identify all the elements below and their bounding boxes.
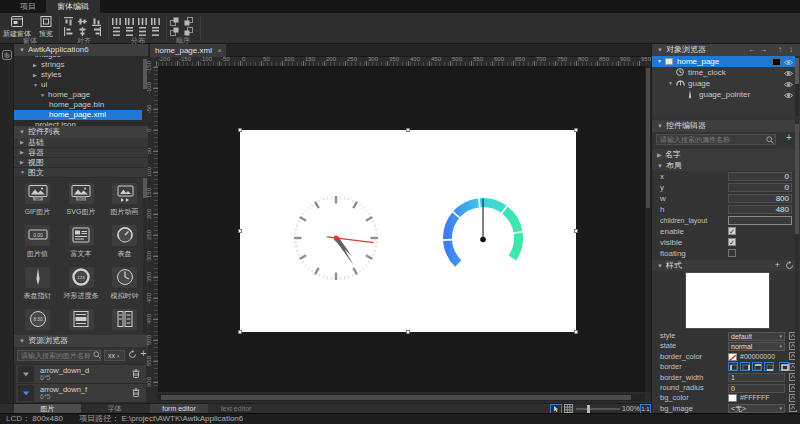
- bring-to-front-icon[interactable]: [170, 17, 179, 26]
- time-clock-widget[interactable]: [292, 194, 380, 282]
- widget-category--[interactable]: ▼图文: [14, 168, 148, 178]
- selection-handle[interactable]: [574, 128, 578, 132]
- object-node-home-page[interactable]: ▼home_page: [652, 56, 795, 67]
- align-right-icon[interactable]: [92, 27, 101, 36]
- distribute-icon-1[interactable]: [112, 17, 121, 26]
- distribute-icon-8[interactable]: [151, 27, 160, 36]
- object-node-guage[interactable]: ▼guage: [652, 78, 795, 89]
- align-middle-icon[interactable]: [78, 17, 87, 26]
- selection-handle[interactable]: [238, 229, 242, 233]
- distribute-icon-2[interactable]: [125, 17, 134, 26]
- distribute-icon-5[interactable]: [112, 27, 121, 36]
- align-top-icon[interactable]: [64, 17, 73, 26]
- border-top-button[interactable]: [752, 362, 762, 371]
- resource-filter-dropdown[interactable]: xx ▾: [104, 350, 125, 361]
- add-property-button[interactable]: +: [784, 132, 794, 146]
- distribute-icon-4[interactable]: [151, 17, 160, 26]
- tree-item-home-page[interactable]: ▼home_page: [14, 90, 142, 100]
- design-canvas[interactable]: [158, 66, 645, 392]
- section-layout[interactable]: ▼布局: [652, 160, 800, 171]
- style-select-style[interactable]: default▾: [728, 332, 785, 341]
- object-browser-header[interactable]: ▼对象浏览器 ← → ↑ ↓: [652, 44, 800, 56]
- send-backward-icon[interactable]: [184, 27, 193, 36]
- widget--[interactable]: 表盘指针: [16, 267, 59, 307]
- tree-item-ui[interactable]: ▼ui: [14, 80, 142, 90]
- resource-browser-header[interactable]: ▼资源浏览器: [14, 335, 148, 347]
- object-node-time-clock[interactable]: time_clock: [652, 67, 795, 78]
- widget-item[interactable]: [103, 309, 146, 335]
- prop-input-w[interactable]: 800: [728, 194, 792, 203]
- object-node-guage-pointer[interactable]: guage_pointer: [652, 89, 795, 100]
- add-style-icon[interactable]: +: [775, 260, 780, 271]
- selection-handle[interactable]: [574, 330, 578, 334]
- refresh-style-icon[interactable]: [785, 261, 794, 273]
- widget-category--[interactable]: ▶容器: [14, 148, 148, 158]
- zoom-slider-thumb[interactable]: [587, 405, 590, 413]
- preview-button[interactable]: 预览: [34, 16, 58, 36]
- border-right-button[interactable]: [740, 362, 750, 371]
- align-left-icon[interactable]: [64, 27, 73, 36]
- move-up-icon[interactable]: ↑: [778, 44, 782, 56]
- prop-input-h[interactable]: 480: [728, 205, 792, 214]
- object-tree-scrollbar-thumb[interactable]: [795, 58, 799, 84]
- visibility-eye-icon[interactable]: [784, 58, 793, 65]
- menu-tab-form-edit[interactable]: 窗体编辑: [46, 0, 100, 13]
- move-left-icon[interactable]: ←: [748, 44, 756, 56]
- visibility-eye-icon[interactable]: [784, 69, 793, 76]
- send-to-back-icon[interactable]: [184, 17, 193, 26]
- widget-svg-[interactable]: SVGSVG图片: [60, 183, 103, 223]
- widget-item[interactable]: 8:30: [16, 309, 59, 335]
- tree-item-strings[interactable]: ▶strings: [14, 60, 142, 70]
- prop-checkbox-enable[interactable]: ✓: [728, 227, 736, 235]
- selection-handle[interactable]: [574, 229, 578, 233]
- tree-item-home-page-xml[interactable]: home_page.xml: [14, 110, 142, 120]
- canvas-h-scrollbar-thumb[interactable]: [161, 395, 631, 400]
- prop-checkbox-visible[interactable]: ✓: [728, 238, 736, 246]
- selection-handle[interactable]: [238, 128, 242, 132]
- color-swatch-bg-color[interactable]: [728, 394, 737, 402]
- gauge-widget[interactable]: [439, 194, 527, 282]
- border-left-button[interactable]: [728, 362, 738, 371]
- prop-checkbox-floating[interactable]: [728, 249, 736, 257]
- prop-input-children_layout[interactable]: [728, 216, 792, 225]
- new-form-button[interactable]: 新建窗体: [2, 16, 32, 36]
- widget--[interactable]: 表盘: [103, 225, 146, 265]
- align-bottom-icon[interactable]: [92, 17, 101, 26]
- style-select-bg-image[interactable]: <无>▾: [728, 404, 785, 413]
- canvas-v-scrollbar-thumb[interactable]: [646, 68, 650, 208]
- move-right-icon[interactable]: →: [759, 44, 767, 56]
- align-center-icon[interactable]: [78, 27, 87, 36]
- widget-editor-scrollbar-thumb[interactable]: [795, 124, 799, 234]
- color-swatch-border-color[interactable]: [728, 353, 737, 361]
- style-input-border-width[interactable]: 1: [728, 373, 785, 382]
- selection-handle[interactable]: [406, 128, 410, 132]
- visibility-eye-icon[interactable]: [784, 80, 793, 87]
- move-down-icon[interactable]: ↓: [789, 44, 793, 56]
- widget-list-header[interactable]: ▼控件列表: [14, 126, 148, 138]
- style-input-round-radius[interactable]: 0: [728, 384, 785, 393]
- widget--[interactable]: 0.00图片值: [16, 225, 59, 265]
- prop-input-x[interactable]: 0: [728, 172, 792, 181]
- resource-item-arrow-down-f[interactable]: arrow_down_f6*5: [16, 384, 146, 402]
- visibility-eye-icon[interactable]: [784, 91, 793, 98]
- object-tree-scrollbar[interactable]: [795, 56, 799, 116]
- widget-editor-scrollbar[interactable]: [795, 120, 799, 410]
- distribute-icon-7[interactable]: [138, 27, 147, 36]
- widget--[interactable]: 123环形进度条: [60, 267, 103, 307]
- tree-item-styles[interactable]: ▶styles: [14, 70, 142, 80]
- delete-resource-icon[interactable]: [132, 369, 140, 378]
- widget--[interactable]: 富文本: [60, 225, 103, 265]
- menu-tab-project[interactable]: 项目: [10, 0, 46, 13]
- widget-editor-header[interactable]: ▼控件编辑器: [652, 120, 800, 132]
- section-style[interactable]: ▼样式 +: [652, 260, 800, 271]
- resource-search-input[interactable]: [17, 350, 101, 361]
- resource-item-arrow-down-d[interactable]: arrow_down_d6*5: [16, 365, 146, 383]
- border-all-button[interactable]: [779, 362, 789, 371]
- section-name[interactable]: ▶名字: [652, 149, 800, 160]
- prop-input-y[interactable]: 0: [728, 183, 792, 192]
- widget--[interactable]: 图片动画: [103, 183, 146, 223]
- style-select-state[interactable]: normal▾: [728, 342, 785, 351]
- widget-item[interactable]: [60, 309, 103, 335]
- border-bottom-button[interactable]: [764, 362, 774, 371]
- property-search-input[interactable]: [656, 134, 776, 145]
